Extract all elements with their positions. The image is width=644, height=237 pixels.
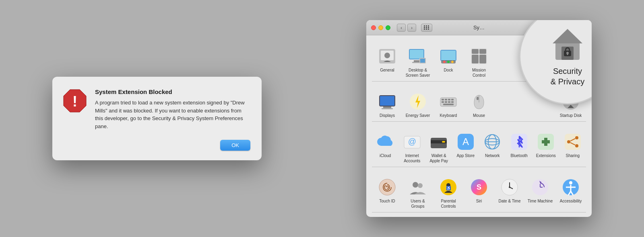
- pref-appstore[interactable]: A App Store: [452, 129, 479, 167]
- users-label: Users & Groups: [404, 198, 431, 209]
- pref-timemachine[interactable]: Time Machine: [525, 174, 555, 212]
- sharing-label: Sharing: [566, 153, 580, 158]
- traffic-lights: [371, 25, 390, 30]
- pref-displays[interactable]: Displays: [372, 89, 402, 121]
- pref-energy[interactable]: Energy Saver: [402, 89, 433, 121]
- svg-text:S: S: [477, 183, 481, 191]
- alert-body: A program tried to load a new system ext…: [95, 99, 250, 130]
- pref-extensions[interactable]: Extensions: [533, 129, 559, 167]
- users-icon: [408, 178, 427, 197]
- security-circle-label: Security& Privacy: [551, 66, 584, 87]
- svg-rect-40: [443, 104, 454, 105]
- svg-rect-39: [451, 101, 454, 103]
- alert-title: System Extension Blocked: [95, 88, 250, 96]
- svg-point-83: [569, 181, 572, 184]
- extensions-icon: [536, 132, 555, 151]
- svg-point-67: [379, 179, 395, 195]
- wallet-icon: [429, 132, 448, 151]
- alert-dialog: ! System Extension Blocked A program tri…: [52, 77, 262, 161]
- forward-button[interactable]: ›: [407, 24, 416, 32]
- pref-datetime[interactable]: Date & Time: [494, 174, 525, 212]
- pref-sharing[interactable]: Sharing: [559, 129, 586, 167]
- pref-siri[interactable]: S Siri: [464, 174, 494, 212]
- pref-bluetooth[interactable]: Bluetooth: [506, 129, 533, 167]
- mission-label: Mission Control: [465, 67, 493, 78]
- svg-rect-52: [442, 141, 445, 143]
- svg-rect-38: [448, 101, 450, 103]
- syspref-window: ‹ › Sy… 🔍 Search General: [366, 20, 592, 217]
- pref-wallet[interactable]: Wallet & Apple Pay: [425, 129, 452, 167]
- ok-button[interactable]: OK: [220, 140, 250, 151]
- pref-users[interactable]: Users & Groups: [402, 174, 433, 212]
- svg-marker-93: [553, 29, 582, 43]
- mission-icon: [469, 47, 489, 66]
- divider-2: [372, 121, 586, 122]
- pref-internet[interactable]: @ Internet Accounts: [399, 129, 426, 167]
- pref-general[interactable]: General: [372, 43, 402, 81]
- svg-rect-27: [383, 106, 391, 108]
- titlebar-nav: ‹ ›: [397, 24, 416, 32]
- pref-network[interactable]: Network: [479, 129, 506, 167]
- close-button[interactable]: [371, 25, 376, 30]
- hidden3-icon: [500, 92, 519, 111]
- svg-rect-37: [445, 101, 447, 103]
- pref-hidden3[interactable]: [494, 89, 525, 121]
- startup-label: Startup Disk: [560, 113, 582, 118]
- svg-rect-26: [380, 96, 394, 106]
- timemachine-icon: [530, 178, 550, 197]
- displays-icon: [378, 92, 397, 111]
- svg-rect-7: [414, 60, 419, 62]
- touchid-label: Touch ID: [379, 198, 395, 204]
- pref-desktop[interactable]: Desktop & Screen Saver: [402, 43, 433, 81]
- svg-point-68: [413, 182, 418, 188]
- svg-rect-36: [442, 101, 444, 103]
- svg-rect-33: [445, 99, 447, 100]
- svg-rect-34: [448, 99, 450, 100]
- wallet-label: Wallet & Apple Pay: [427, 153, 451, 163]
- parental-icon: ♿: [439, 178, 458, 197]
- icloud-label: iCloud: [380, 153, 391, 158]
- hidden1-icon: [500, 47, 519, 66]
- svg-rect-18: [472, 49, 479, 54]
- dock-icon: [439, 47, 458, 66]
- bluetooth-label: Bluetooth: [511, 153, 528, 158]
- network-label: Network: [485, 153, 500, 158]
- parental-label: Parental Controls: [435, 198, 462, 209]
- svg-rect-28: [382, 108, 393, 109]
- sharing-icon: [563, 132, 582, 151]
- icloud-icon: [376, 132, 395, 151]
- general-label: General: [380, 67, 394, 73]
- fullscreen-button[interactable]: [386, 25, 390, 30]
- minimize-button[interactable]: [378, 25, 383, 30]
- pref-parental[interactable]: ♿ Parental Controls: [433, 174, 464, 212]
- bluetooth-icon: [510, 132, 529, 151]
- energy-icon: [408, 92, 427, 111]
- pref-mission[interactable]: Mission Control: [464, 43, 494, 81]
- alert-buttons: OK: [62, 140, 250, 151]
- pref-icloud[interactable]: iCloud: [372, 129, 399, 167]
- datetime-icon: [500, 178, 519, 197]
- icons-row-4: Touch ID Users & Groups ♿ Parental Contr…: [368, 169, 590, 212]
- grid-view-button[interactable]: [421, 24, 432, 32]
- svg-point-64: [575, 144, 578, 147]
- pref-touchid[interactable]: Touch ID: [372, 174, 402, 212]
- svg-point-14: [443, 61, 446, 63]
- alert-icon: !: [62, 88, 88, 114]
- pref-dock[interactable]: Dock: [433, 43, 464, 81]
- svg-point-78: [509, 186, 510, 188]
- back-button[interactable]: ‹: [397, 24, 406, 32]
- security-icon: [549, 26, 586, 62]
- desktop-label: Desktop & Screen Saver: [404, 67, 431, 78]
- svg-rect-35: [451, 99, 454, 100]
- svg-text:♿: ♿: [446, 186, 451, 191]
- pref-keyboard[interactable]: Keyboard: [433, 89, 464, 121]
- mouse-icon: [469, 92, 489, 111]
- window-title: Sy…: [473, 25, 485, 31]
- touchid-icon: [378, 178, 397, 197]
- keyboard-label: Keyboard: [440, 113, 457, 118]
- general-icon: [378, 47, 397, 66]
- svg-rect-6: [410, 50, 423, 59]
- svg-text:@: @: [408, 137, 416, 146]
- pref-accessibility[interactable]: Accessibility: [555, 174, 586, 212]
- pref-mouse[interactable]: Mouse: [464, 89, 494, 121]
